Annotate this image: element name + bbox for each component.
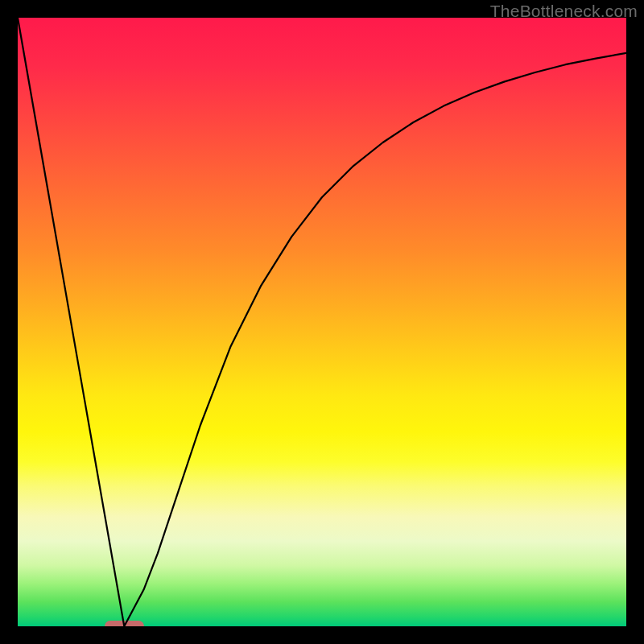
plot-area: [18, 18, 626, 626]
highlight-marker: [105, 621, 144, 626]
chart-frame: TheBottleneck.com: [0, 0, 644, 644]
rainbow-gradient-background: [18, 18, 626, 626]
